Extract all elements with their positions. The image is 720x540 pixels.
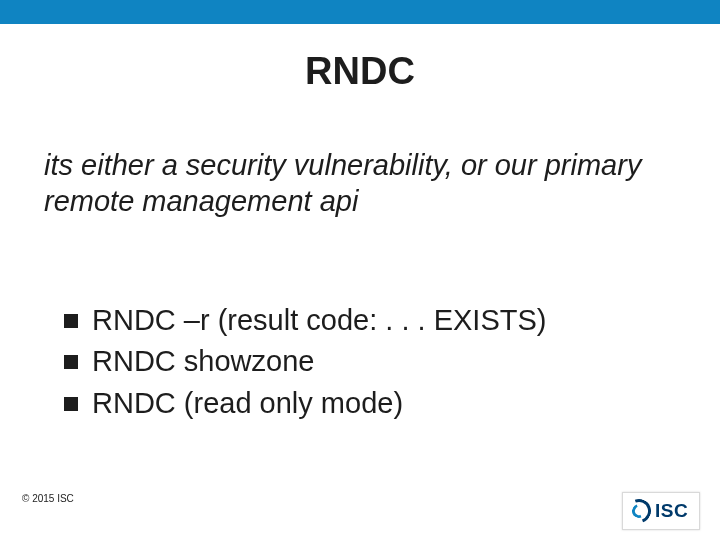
bullet-text: RNDC –r (result code: . . . EXISTS): [92, 302, 546, 340]
list-item: RNDC (read only mode): [64, 385, 676, 423]
list-item: RNDC showzone: [64, 343, 676, 381]
square-bullet-icon: [64, 314, 78, 328]
bullet-list: RNDC –r (result code: . . . EXISTS) RNDC…: [64, 302, 676, 423]
slide-footer: © 2015 ISC ISC: [0, 480, 720, 540]
slide-subtitle: its either a security vulnerability, or …: [44, 147, 676, 220]
slide-container: RNDC its either a security vulnerability…: [0, 0, 720, 540]
copyright-text: © 2015 ISC: [22, 493, 74, 504]
bullet-text: RNDC showzone: [92, 343, 314, 381]
square-bullet-icon: [64, 355, 78, 369]
logo-text: ISC: [655, 500, 688, 522]
list-item: RNDC –r (result code: . . . EXISTS): [64, 302, 676, 340]
slide-title: RNDC: [0, 50, 720, 93]
logo-swirl-icon: [627, 499, 651, 523]
isc-logo: ISC: [622, 492, 700, 530]
square-bullet-icon: [64, 397, 78, 411]
bullet-text: RNDC (read only mode): [92, 385, 403, 423]
accent-bar: [0, 0, 720, 24]
